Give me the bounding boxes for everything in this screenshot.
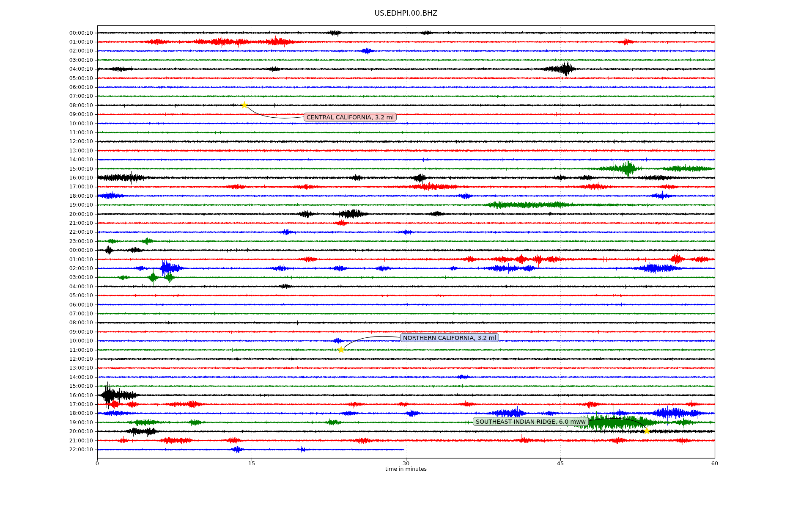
row-time-label: 18:00:10	[0, 410, 93, 416]
event-label: SOUTHEAST INDIAN RIDGE, 6.0 mww	[473, 417, 589, 426]
row-time-label: 12:00:10	[0, 138, 93, 144]
row-time-label: 03:00:10	[0, 274, 93, 280]
row-time-label: 00:00:10	[0, 247, 93, 253]
row-time-label: 08:00:10	[0, 320, 93, 326]
row-time-label: 05:00:10	[0, 75, 93, 81]
row-time-label: 11:00:10	[0, 347, 93, 353]
row-time-label: 10:00:10	[0, 121, 93, 127]
row-time-label: 04:00:10	[0, 284, 93, 290]
row-time-label: 20:00:10	[0, 211, 93, 217]
row-time-label: 17:00:10	[0, 184, 93, 190]
event-label: CENTRAL CALIFORNIA, 3.2 ml	[304, 113, 397, 121]
row-time-label: 07:00:10	[0, 311, 93, 317]
row-time-label: 14:00:10	[0, 157, 93, 163]
row-time-label: 03:00:10	[0, 57, 93, 63]
row-time-label: 11:00:10	[0, 130, 93, 135]
row-time-label: 21:00:10	[0, 438, 93, 444]
row-time-label: 14:00:10	[0, 374, 93, 380]
event-star-icon: ★	[240, 100, 249, 110]
row-time-label: 16:00:10	[0, 175, 93, 181]
row-time-label: 07:00:10	[0, 93, 93, 99]
event-star-icon: ★	[642, 426, 652, 436]
row-time-label: 09:00:10	[0, 111, 93, 117]
row-time-label: 00:00:10	[0, 30, 93, 36]
row-time-label: 13:00:10	[0, 148, 93, 154]
row-time-label: 08:00:10	[0, 102, 93, 108]
row-time-label: 01:00:10	[0, 39, 93, 45]
row-time-label: 15:00:10	[0, 383, 93, 389]
event-label: NORTHERN CALIFORNIA, 3.2 ml	[400, 333, 499, 342]
row-time-label: 16:00:10	[0, 392, 93, 398]
row-time-label: 20:00:10	[0, 428, 93, 434]
row-time-label: 22:00:10	[0, 447, 93, 453]
row-time-label: 06:00:10	[0, 302, 93, 308]
row-time-label: 01:00:10	[0, 257, 93, 262]
row-time-label: 18:00:10	[0, 193, 93, 199]
row-time-label: 19:00:10	[0, 202, 93, 208]
row-time-label: 15:00:10	[0, 166, 93, 172]
row-time-label: 02:00:10	[0, 48, 93, 54]
row-time-label: 22:00:10	[0, 229, 93, 235]
row-time-label: 06:00:10	[0, 84, 93, 90]
event-star-icon: ★	[337, 345, 346, 355]
trace-plot-canvas	[0, 0, 812, 508]
row-time-label: 21:00:10	[0, 220, 93, 226]
row-time-label: 23:00:10	[0, 238, 93, 244]
row-time-label: 02:00:10	[0, 265, 93, 271]
row-time-label: 10:00:10	[0, 338, 93, 344]
x-axis-label: time in minutes	[97, 466, 715, 472]
row-time-label: 13:00:10	[0, 365, 93, 371]
row-time-label: 09:00:10	[0, 329, 93, 335]
plot-title: US.EDHPI.00.BHZ	[97, 9, 715, 17]
row-time-label: 05:00:10	[0, 293, 93, 298]
row-time-label: 12:00:10	[0, 356, 93, 362]
row-time-label: 17:00:10	[0, 401, 93, 407]
row-time-label: 19:00:10	[0, 420, 93, 425]
row-time-label: 04:00:10	[0, 66, 93, 72]
seismogram-dayplot: US.EDHPI.00.BHZ 00:00:1001:00:1002:00:10…	[0, 0, 812, 508]
